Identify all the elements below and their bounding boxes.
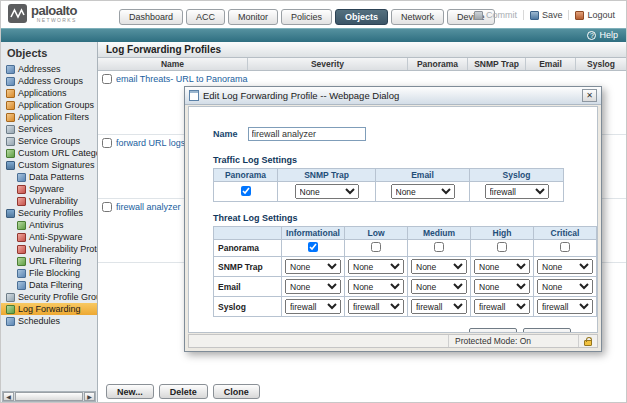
threat-snmp-high-select[interactable]: None xyxy=(474,259,530,274)
tab-acc[interactable]: ACC xyxy=(186,9,225,25)
threat-panorama-low-checkbox[interactable] xyxy=(371,242,381,252)
scrollbar-thumb[interactable] xyxy=(15,392,83,401)
sidebar-item-services[interactable]: Services xyxy=(1,123,97,135)
scroll-right-icon[interactable]: ▶ xyxy=(84,392,95,401)
sidebar-item-addresses[interactable]: Addresses xyxy=(1,63,97,75)
sidebar-item-log-forwarding[interactable]: Log Forwarding xyxy=(1,303,97,315)
dialog-status-bar: Protected Mode: On xyxy=(188,334,598,348)
threat-email-informational-select[interactable]: None xyxy=(285,279,341,294)
threat-snmp-low-select[interactable]: None xyxy=(348,259,404,274)
delete-button[interactable]: Delete xyxy=(159,384,208,399)
row-checkbox[interactable] xyxy=(102,138,112,148)
sidebar-item-vulnerability-protection[interactable]: Vulnerability Protection xyxy=(1,243,97,255)
tab-objects[interactable]: Objects xyxy=(335,9,388,25)
service-groups-icon xyxy=(6,137,15,146)
sidebar-item-anti-spyware[interactable]: Anti-Spyware xyxy=(1,231,97,243)
threat-panorama-critical-checkbox[interactable] xyxy=(560,242,570,252)
threat-email-low-select[interactable]: None xyxy=(348,279,404,294)
tab-monitor[interactable]: Monitor xyxy=(228,9,278,25)
profile-link[interactable]: firewall analyzer xyxy=(116,202,181,212)
threat-syslog-critical-select[interactable]: firewall xyxy=(537,299,593,314)
data-patterns-icon xyxy=(17,173,26,182)
traffic-syslog-select[interactable]: firewall xyxy=(485,184,549,199)
threat-syslog-low-select[interactable]: firewall xyxy=(348,299,404,314)
sidebar-item-label: Vulnerability Protection xyxy=(29,244,97,254)
threat-syslog-high-select[interactable]: firewall xyxy=(474,299,530,314)
scroll-left-icon[interactable]: ◀ xyxy=(3,392,14,401)
threat-snmp-medium-select[interactable]: None xyxy=(411,259,467,274)
sidebar-item-custom-url-categories[interactable]: Custom URL Categories xyxy=(1,147,97,159)
tab-dashboard[interactable]: Dashboard xyxy=(119,9,183,25)
commit-button[interactable]: Commit xyxy=(468,10,523,20)
sidebar-item-vulnerability[interactable]: Vulnerability xyxy=(1,195,97,207)
threat-snmp-critical-select[interactable]: None xyxy=(537,259,593,274)
paloalto-logo-mark xyxy=(8,4,27,23)
custom-url-categories-icon xyxy=(6,149,15,158)
threat-email-high-select[interactable]: None xyxy=(474,279,530,294)
vulnerability-protection-icon xyxy=(17,245,26,254)
threat-panorama-high-checkbox[interactable] xyxy=(497,242,507,252)
help-button[interactable]: ? Help xyxy=(587,30,618,40)
sidebar-item-label: Applications xyxy=(18,88,67,98)
sidebar-item-security-profile-groups[interactable]: Security Profile Groups xyxy=(1,291,97,303)
logo-subtitle: NETWORKS xyxy=(37,18,77,23)
sidebar-item-service-groups[interactable]: Service Groups xyxy=(1,135,97,147)
threat-email-medium-select[interactable]: None xyxy=(411,279,467,294)
protected-mode-status: Protected Mode: On xyxy=(449,335,579,347)
logout-button[interactable]: Logout xyxy=(568,10,621,20)
threat-col-medium: Medium xyxy=(408,227,471,240)
name-input[interactable] xyxy=(248,127,366,141)
threat-log-settings-label: Threat Log Settings xyxy=(213,213,597,223)
profile-link[interactable]: email Threats- URL to Panorama xyxy=(116,74,248,84)
threat-syslog-medium-select[interactable]: firewall xyxy=(411,299,467,314)
sidebar-item-label: Addresses xyxy=(18,64,61,74)
sidebar-item-security-profiles[interactable]: Security Profiles xyxy=(1,207,97,219)
save-icon xyxy=(530,11,539,20)
sidebar-item-label: Application Filters xyxy=(18,112,89,122)
logout-icon xyxy=(575,11,584,20)
sidebar-horizontal-scrollbar[interactable]: ◀ ▶ xyxy=(2,391,96,402)
sidebar-tree: Addresses Address Groups Applications Ap… xyxy=(1,63,97,327)
sidebar-item-schedules[interactable]: Schedules xyxy=(1,315,97,327)
main-nav-tabs: Dashboard ACC Monitor Policies Objects N… xyxy=(119,9,495,25)
row-checkbox[interactable] xyxy=(102,202,112,212)
threat-panorama-informational-checkbox[interactable] xyxy=(308,242,318,252)
threat-col-critical: Critical xyxy=(534,227,597,240)
traffic-email-select[interactable]: None xyxy=(391,184,455,199)
traffic-snmp-trap-select[interactable]: None xyxy=(295,184,359,199)
sidebar-item-applications[interactable]: Applications xyxy=(1,87,97,99)
traffic-col-email: Email xyxy=(376,169,470,182)
sidebar-item-data-patterns[interactable]: Data Patterns xyxy=(1,171,97,183)
threat-email-critical-select[interactable]: None xyxy=(537,279,593,294)
sidebar-item-spyware[interactable]: Spyware xyxy=(1,183,97,195)
application-groups-icon xyxy=(6,101,15,110)
cancel-button[interactable]: Cancel xyxy=(523,328,571,333)
threat-col-high: High xyxy=(471,227,534,240)
traffic-panorama-checkbox[interactable] xyxy=(241,186,251,196)
threat-row-label-syslog: Syslog xyxy=(214,297,282,317)
close-icon[interactable]: ✕ xyxy=(582,89,597,102)
new-button[interactable]: New... xyxy=(106,384,154,399)
tab-policies[interactable]: Policies xyxy=(281,9,332,25)
url-filtering-icon xyxy=(17,257,26,266)
threat-snmp-informational-select[interactable]: None xyxy=(285,259,341,274)
sidebar-item-data-filtering[interactable]: Data Filtering xyxy=(1,279,97,291)
ok-button[interactable]: OK xyxy=(469,328,517,333)
threat-panorama-medium-checkbox[interactable] xyxy=(434,242,444,252)
clone-button[interactable]: Clone xyxy=(213,384,260,399)
sidebar-item-address-groups[interactable]: Address Groups xyxy=(1,75,97,87)
sidebar-item-custom-signatures[interactable]: Custom Signatures xyxy=(1,159,97,171)
row-checkbox[interactable] xyxy=(102,74,112,84)
column-name: Name xyxy=(98,58,248,70)
dialog-body: Name Traffic Log Settings Panorama SNMP … xyxy=(188,106,598,333)
sidebar-item-application-filters[interactable]: Application Filters xyxy=(1,111,97,123)
sidebar-item-url-filtering[interactable]: URL Filtering xyxy=(1,255,97,267)
save-button[interactable]: Save xyxy=(523,10,569,20)
sidebar-item-file-blocking[interactable]: File Blocking xyxy=(1,267,97,279)
column-panorama: Panorama xyxy=(408,58,468,70)
schedules-icon xyxy=(6,317,15,326)
tab-network[interactable]: Network xyxy=(391,9,444,25)
sidebar-item-antivirus[interactable]: Antivirus xyxy=(1,219,97,231)
threat-syslog-informational-select[interactable]: firewall xyxy=(285,299,341,314)
sidebar-item-application-groups[interactable]: Application Groups xyxy=(1,99,97,111)
